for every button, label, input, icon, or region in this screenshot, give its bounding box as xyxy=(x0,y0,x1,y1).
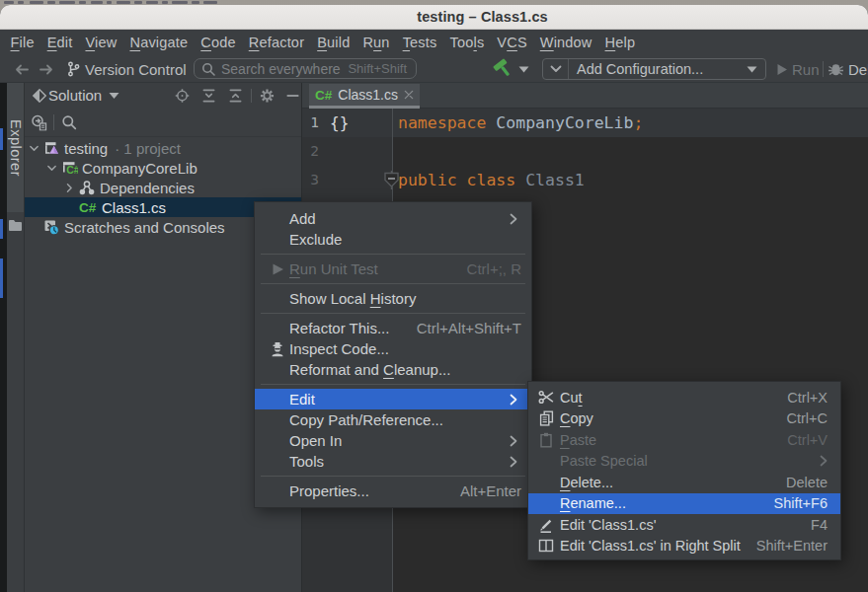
menubar-item-tests[interactable]: Tests xyxy=(396,30,443,55)
context-menu-item-add[interactable]: Add xyxy=(255,208,531,229)
ide-window: testing – Class1.cs FileEditViewNavigate… xyxy=(0,5,868,592)
expand-all-button[interactable] xyxy=(201,89,216,104)
svg-text:C#: C# xyxy=(79,200,97,215)
background-text-fragment xyxy=(192,1,199,4)
context-menu-item-copy-path-reference[interactable]: Copy Path/Reference... xyxy=(255,409,531,430)
debug-button[interactable]: Debug xyxy=(828,55,868,83)
code-line-1: 1{}namespace CompanyCoreLib; xyxy=(302,109,868,137)
git-branch-icon xyxy=(67,61,80,77)
folder-icon xyxy=(8,219,24,232)
menu-item-shortcut: Ctrl+;, R xyxy=(455,260,521,277)
context-menu-item-open-in[interactable]: Open In xyxy=(255,430,531,451)
menubar-item-run[interactable]: Run xyxy=(356,30,396,55)
menubar-item-code[interactable]: Code xyxy=(195,30,242,55)
menu-item-shortcut: Shift+Enter xyxy=(745,538,828,554)
window-title: testing – Class1.cs xyxy=(417,9,547,25)
menu-separator xyxy=(255,472,531,481)
context-menu-item-properties[interactable]: Properties...Alt+Enter xyxy=(255,481,531,501)
submenu-item-copy[interactable]: CopyCtrl+C xyxy=(528,408,840,430)
tool-window-button-explorer[interactable]: Explorer xyxy=(7,83,24,212)
braces-inlay-hint[interactable]: {} xyxy=(330,109,349,137)
tool-window-strip: Explorer xyxy=(7,83,25,592)
folder-tool-button[interactable] xyxy=(8,219,24,235)
menubar-item-build[interactable]: Build xyxy=(311,30,356,55)
submenu-item-delete[interactable]: Delete...Delete xyxy=(528,472,840,493)
fold-marker-icon[interactable] xyxy=(384,171,399,189)
tab-close-icon[interactable] xyxy=(404,90,414,100)
search-tree-button[interactable] xyxy=(61,114,77,130)
version-control-button[interactable]: Version Control xyxy=(67,55,187,83)
tree-item-dependencies[interactable]: Dependencies xyxy=(25,178,301,197)
submenu-item-edit-class1-cs-in-right-split[interactable]: Edit 'Class1.cs' in Right SplitShift+Ent… xyxy=(528,536,840,557)
panel-title[interactable]: Solution xyxy=(48,83,102,109)
select-opened-file-button[interactable] xyxy=(31,114,47,131)
menu-item-shortcut: F4 xyxy=(799,517,828,533)
context-menu-item-show-local-history[interactable]: Show Local History xyxy=(255,288,531,309)
menubar-item-window[interactable]: Window xyxy=(533,30,598,55)
combo-dropdown-triangle-icon xyxy=(747,66,757,73)
menubar-item-refactor[interactable]: Refactor xyxy=(242,30,310,55)
menubar-item-help[interactable]: Help xyxy=(598,30,642,55)
dropdown-triangle-icon xyxy=(518,66,529,73)
context-menu-item-edit[interactable]: Edit xyxy=(255,389,531,409)
collapse-all-button[interactable] xyxy=(228,89,243,104)
tree-item-label: Scratches and Consoles xyxy=(64,219,225,236)
screen: testing – Class1.cs FileEditViewNavigate… xyxy=(0,0,868,592)
menu-item-label: Refactor This... xyxy=(289,320,389,336)
submenu-arrow-icon xyxy=(510,435,517,447)
menubar-item-edit[interactable]: Edit xyxy=(40,30,79,55)
background-text-fragment xyxy=(107,1,112,4)
run-configuration-select[interactable]: Add Configuration... xyxy=(542,58,766,80)
run-button[interactable]: Run xyxy=(776,55,820,83)
menubar-item-view[interactable]: View xyxy=(79,30,123,55)
context-menu-item-run-unit-test[interactable]: Run Unit TestCtrl+;, R xyxy=(255,259,531,279)
locate-file-button[interactable] xyxy=(175,89,190,104)
menubar-item-navigate[interactable]: Navigate xyxy=(123,30,195,55)
menu-item-label: Add xyxy=(289,210,316,227)
context-menu-item-tools[interactable]: Tools xyxy=(255,451,531,472)
tree-item-label: Dependencies xyxy=(100,180,195,196)
tree-item-testing[interactable]: testing· 1 project xyxy=(25,138,301,158)
edit-submenu: CutCtrl+XCopyCtrl+CPasteCtrl+VPaste Spec… xyxy=(527,381,841,560)
editor-tab-bar: C# Class1.cs xyxy=(302,83,868,109)
chevron-down-icon[interactable] xyxy=(25,142,42,155)
back-button[interactable] xyxy=(14,55,30,83)
menubar-item-vcs[interactable]: VCS xyxy=(491,30,533,55)
toolbar-divider xyxy=(823,61,824,77)
context-menu-item-reformat-and-cleanup[interactable]: Reformat and Cleanup... xyxy=(255,359,531,380)
code-text: namespace CompanyCoreLib; xyxy=(398,109,643,137)
build-dropdown-button[interactable] xyxy=(518,55,529,83)
forward-button[interactable] xyxy=(39,55,54,83)
menubar: FileEditViewNavigateCodeRefactorBuildRun… xyxy=(0,30,868,55)
chevron-down-icon[interactable] xyxy=(42,162,60,175)
submenu-item-paste-special[interactable]: Paste Special xyxy=(528,451,840,473)
menu-item-shortcut: Delete xyxy=(774,475,828,490)
build-button[interactable] xyxy=(491,55,513,83)
submenu-item-edit-class1-cs[interactable]: Edit 'Class1.cs'F4 xyxy=(528,514,840,536)
submenu-item-cut[interactable]: CutCtrl+X xyxy=(528,387,840,408)
menubar-item-tools[interactable]: Tools xyxy=(443,30,491,55)
context-menu-item-refactor-this[interactable]: Refactor This...Ctrl+Alt+Shift+T xyxy=(255,318,531,338)
submenu-item-paste[interactable]: PasteCtrl+V xyxy=(528,429,840,451)
tab-class1-cs[interactable]: C# Class1.cs xyxy=(309,84,420,109)
context-menu-item-exclude[interactable]: Exclude xyxy=(255,229,531,250)
submenu-item-rename[interactable]: Rename...Shift+F6 xyxy=(528,493,840,515)
gear-icon[interactable] xyxy=(260,89,275,104)
titlebar[interactable]: testing – Class1.cs xyxy=(0,5,868,30)
hide-panel-button[interactable] xyxy=(285,89,300,104)
paste-icon xyxy=(536,429,556,451)
search-everywhere-box[interactable]: Shift+Shift xyxy=(194,58,417,79)
edge-artifact xyxy=(0,219,3,239)
context-menu-item-inspect-code[interactable]: Inspect Code... xyxy=(255,338,531,359)
tree-item-companycorelib[interactable]: C#CompanyCoreLib xyxy=(25,158,301,178)
panel-toolbar-divider xyxy=(53,114,54,130)
menu-item-label: Edit 'Class1.cs' in Right Split xyxy=(560,538,741,554)
menu-item-shortcut: Alt+Enter xyxy=(448,482,521,499)
search-input[interactable] xyxy=(221,61,348,77)
panel-toolbar xyxy=(25,109,301,137)
menu-item-label: Run Unit Test xyxy=(289,260,378,277)
chevron-right-icon[interactable] xyxy=(60,182,78,194)
menu-item-label: Inspect Code... xyxy=(289,340,389,357)
panel-title-dropdown-icon[interactable] xyxy=(109,93,119,100)
menubar-item-file[interactable]: File xyxy=(4,30,40,55)
